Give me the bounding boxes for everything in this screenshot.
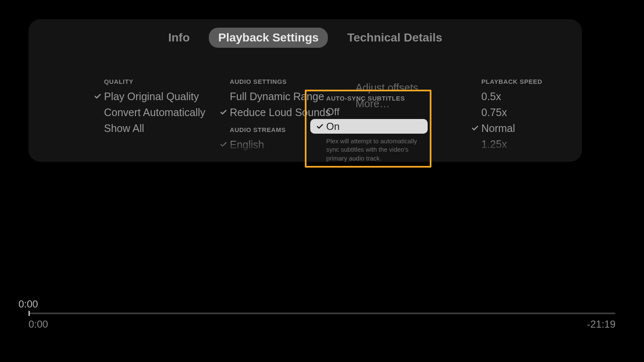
autosync-on[interactable]: On [310,119,428,134]
quality-option-label: Play Original Quality [104,90,199,103]
check-icon [314,123,326,130]
quality-show-all[interactable]: Show All [91,120,217,136]
speed-option-label: 0.75x [481,106,507,119]
check-icon [469,124,481,132]
quality-header: QUALITY [91,78,217,85]
autosync-header: AUTO-SYNC SUBTITLES [310,95,428,102]
speed-option-label: 1.25x [481,138,507,150]
quality-convert-auto[interactable]: Convert Automatically [91,104,217,120]
subtitles-adjust-label: Adjust offsets [356,82,418,94]
autosync-off-label: Off [326,106,340,118]
quality-play-original[interactable]: Play Original Quality [91,88,217,104]
check-icon [217,141,230,148]
settings-columns: QUALITY Play Original Quality Convert Au… [29,78,582,162]
speed-header: PLAYBACK SPEED [469,78,578,85]
speed-option-label: 1.5x [481,154,501,162]
speed-option-label: 0.5x [481,90,501,103]
check-icon [91,93,104,100]
scrubber-track[interactable] [29,313,615,314]
speed-column: PLAYBACK SPEED 0.5x 0.75x Normal 1.25x 1… [469,78,578,162]
tab-row: Info Playback Settings Technical Details [29,28,582,48]
tab-info[interactable]: Info [159,28,199,48]
check-icon [217,109,230,116]
speed-0-75x[interactable]: 0.75x [469,104,578,120]
quality-option-label: Show All [104,122,144,134]
tab-playback-settings[interactable]: Playback Settings [209,28,328,48]
autosync-section: AUTO-SYNC SUBTITLES Off On Plex will att… [310,95,428,163]
quality-option-label: Convert Automatically [104,106,205,119]
scrubber-playhead[interactable] [29,311,30,316]
time-remaining: -21:19 [587,318,615,330]
speed-0-5x[interactable]: 0.5x [469,88,578,104]
autosync-description: Plex will attempt to automatically sync … [310,137,428,163]
tab-technical-details[interactable]: Technical Details [338,28,452,48]
scrubber-tooltip-time: 0:00 [18,298,38,310]
speed-1-25x[interactable]: 1.25x [469,136,578,152]
speed-normal[interactable]: Normal [469,120,578,136]
audio-settings-header: AUDIO SETTINGS [217,78,343,85]
autosync-off[interactable]: Off [310,104,428,119]
audio-stream-label: English [230,139,264,151]
subtitles-adjust-offsets[interactable]: Adjust offsets [343,80,469,96]
autosync-on-label: On [326,121,340,132]
speed-option-label: Normal [481,122,515,134]
settings-panel: Info Playback Settings Technical Details… [29,19,582,162]
speed-1-5x[interactable]: 1.5x [469,152,578,162]
time-elapsed: 0:00 [29,318,48,330]
quality-column: QUALITY Play Original Quality Convert Au… [91,78,217,162]
